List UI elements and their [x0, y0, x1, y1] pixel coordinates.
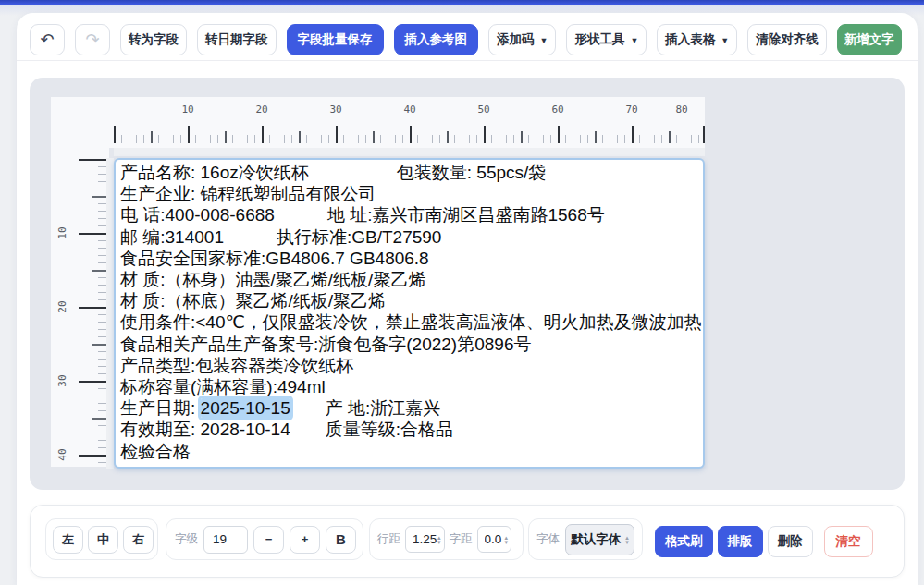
- ruler-tick: [654, 135, 655, 143]
- ruler-tick: [513, 135, 514, 143]
- align-group: 左 中 右: [45, 518, 158, 560]
- font-family-group: 字体 默认字体 ▴▾: [528, 518, 643, 560]
- ruler-tick: [447, 131, 449, 143]
- ruler-label: 20: [56, 300, 68, 312]
- ruler-tick: [439, 135, 440, 143]
- add-code-dropdown[interactable]: 添加码▼: [488, 24, 556, 55]
- text-line: 材 质:（杯底）聚乙烯/纸板/聚乙烯: [120, 290, 699, 311]
- label-text-box[interactable]: 产品名称: 16oz冷饮纸杯 包装数量: 55pcs/袋生产企业: 锦程纸塑制品…: [114, 158, 705, 469]
- toolbar: ↶ ↷ 转为字段转日期字段字段批量保存插入参考图添加码▼形状工具▼插入表格▼清除…: [30, 24, 902, 55]
- letter-spacing-label: 字距: [450, 531, 473, 547]
- ruler-label: 50: [477, 104, 489, 116]
- font-family-select[interactable]: 默认字体 ▴▾: [565, 524, 634, 555]
- button-label: 字段批量保存: [298, 31, 373, 48]
- align-left-button[interactable]: 左: [53, 526, 83, 554]
- ruler-tick: [661, 135, 662, 143]
- ruler-label: 10: [181, 104, 193, 116]
- ruler-label: 80: [675, 104, 687, 116]
- redo-button[interactable]: ↷: [75, 24, 110, 55]
- font-size-input[interactable]: [203, 526, 248, 554]
- font-size-increase-button[interactable]: +: [290, 526, 320, 554]
- ruler-label: 30: [329, 104, 341, 116]
- align-center-button[interactable]: 中: [88, 526, 118, 554]
- ruler-tick: [129, 135, 129, 143]
- ruler-tick: [595, 131, 597, 143]
- button-label: 清除对齐线: [756, 31, 819, 48]
- ruler-tick: [188, 126, 190, 143]
- ruler-tick: [587, 135, 588, 143]
- button-label: 插入表格: [665, 31, 715, 48]
- insert-table-dropdown[interactable]: 插入表格▼: [657, 24, 737, 55]
- ruler-tick: [558, 126, 560, 143]
- text-segment: 生产日期:: [120, 398, 201, 418]
- font-size-label: 字级: [175, 531, 198, 547]
- toolbar-buttons: 转为字段转日期字段字段批量保存插入参考图添加码▼形状工具▼插入表格▼清除对齐线新…: [120, 24, 902, 55]
- ruler-tick: [417, 135, 418, 143]
- dropdown-arrow-icon: ▼: [540, 37, 548, 45]
- font-family-value: 默认字体: [571, 531, 621, 548]
- delete-button[interactable]: 删除: [768, 526, 813, 557]
- insert-reference-image-button[interactable]: 插入参考图: [394, 24, 479, 55]
- text-segment: 产 地:浙江嘉兴: [290, 398, 441, 418]
- selected-date-highlight[interactable]: 2025-10-15: [201, 398, 290, 418]
- clear-all-button[interactable]: 清空: [824, 526, 873, 557]
- bold-button[interactable]: B: [326, 526, 356, 554]
- clear-alignment-lines-button[interactable]: 清除对齐线: [747, 24, 827, 55]
- shape-tools-dropdown[interactable]: 形状工具▼: [566, 24, 647, 55]
- add-text-button[interactable]: 新增文字: [837, 24, 902, 55]
- ruler-tick: [602, 135, 603, 143]
- ruler-tick: [321, 135, 322, 143]
- ruler-tick: [684, 135, 684, 143]
- ruler-tick: [358, 135, 359, 143]
- ruler-tick: [166, 135, 166, 143]
- convert-to-field-button[interactable]: 转为字段: [120, 24, 187, 55]
- ruler-tick: [299, 131, 301, 143]
- ruler-tick: [380, 135, 381, 143]
- ruler-tick: [703, 126, 705, 143]
- stepper-arrows-icon[interactable]: ▴▾: [505, 535, 509, 544]
- letter-spacing-input[interactable]: [485, 532, 505, 546]
- font-family-label: 字体: [536, 531, 560, 547]
- top-accent-bar: [0, 0, 924, 5]
- ruler-tick: [173, 135, 174, 143]
- ruler-tick: [550, 135, 551, 143]
- typeset-button[interactable]: 排版: [718, 526, 763, 557]
- align-right-button[interactable]: 右: [123, 526, 154, 554]
- batch-save-fields-button[interactable]: 字段批量保存: [287, 24, 384, 55]
- select-arrows-icon: ▴▾: [625, 535, 629, 544]
- ruler-tick: [269, 135, 270, 143]
- text-line: 使用条件:<40℃，仅限盛装冷饮，禁止盛装高温液体、明火加热及微波加热: [120, 311, 699, 333]
- ruler-label: 60: [551, 104, 563, 116]
- ruler-tick: [624, 135, 625, 143]
- line-spacing-label: 行距: [377, 531, 400, 547]
- line-spacing-input[interactable]: [413, 532, 437, 546]
- design-canvas[interactable]: 1020304050607080 10203040 产品名称: 16oz冷饮纸杯…: [30, 78, 905, 490]
- ruler-tick: [225, 131, 227, 143]
- line-spacing-stepper[interactable]: ▴▾: [405, 526, 445, 553]
- letter-spacing-stepper[interactable]: ▴▾: [477, 526, 512, 553]
- ruler-tick: [262, 126, 264, 143]
- font-size-decrease-button[interactable]: −: [253, 526, 284, 554]
- ruler-tick: [528, 135, 529, 143]
- convert-to-date-field-button[interactable]: 转日期字段: [197, 24, 277, 55]
- horizontal-ruler-track: [114, 148, 705, 156]
- redo-icon: ↷: [85, 30, 99, 50]
- ruler-tick: [499, 135, 499, 143]
- dropdown-arrow-icon: ▼: [721, 37, 729, 45]
- undo-button[interactable]: ↶: [30, 24, 65, 55]
- horizontal-ruler: 1020304050607080: [51, 97, 705, 148]
- button-label: 添加码: [497, 31, 535, 48]
- text-line: 检验合格: [120, 441, 699, 462]
- ruler-tick: [336, 126, 338, 143]
- ruler-tick: [469, 135, 470, 143]
- format-painter-button[interactable]: 格式刷: [655, 526, 713, 557]
- stepper-arrows-icon[interactable]: ▴▾: [437, 535, 441, 544]
- ruler-tick: [79, 455, 109, 457]
- ruler-tick: [328, 135, 329, 143]
- ruler-tick: [158, 135, 159, 143]
- ruler-tick: [454, 135, 455, 143]
- ruler-tick: [543, 135, 544, 143]
- ruler-tick: [698, 135, 699, 143]
- ruler-tick: [343, 135, 344, 143]
- ruler-tick: [136, 135, 137, 143]
